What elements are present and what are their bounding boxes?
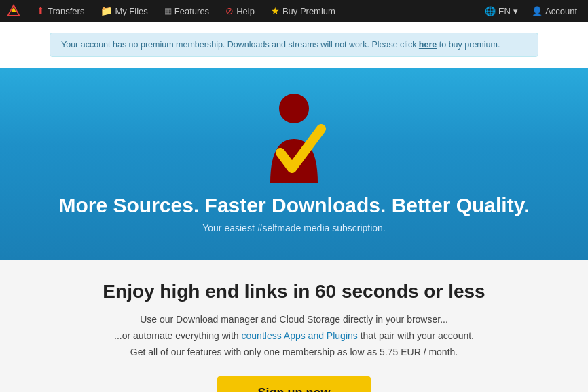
content-line2-prefix: ...or automate everything with: [114, 330, 242, 341]
globe-icon: 🌐: [485, 6, 496, 16]
premium-icon: ★: [271, 5, 280, 16]
signup-button[interactable]: Sign up now: [217, 376, 371, 392]
site-logo[interactable]: [5, 3, 22, 19]
content-section: Enjoy high end links in 60 seconds or le…: [0, 260, 588, 392]
nav-lang-label: EN: [498, 6, 511, 16]
content-line1: Use our Download manager and Cloud Stora…: [114, 312, 474, 328]
help-icon: ⊘: [225, 5, 234, 16]
nav-myfiles-label: My Files: [115, 6, 147, 16]
alert-banner: Your account has no premium membership. …: [50, 33, 538, 57]
nav-account[interactable]: 👤 Account: [526, 6, 583, 16]
alert-link[interactable]: here: [419, 40, 437, 50]
account-icon: 👤: [532, 6, 543, 16]
alert-message: Your account has no premium membership. …: [61, 40, 419, 50]
hero-subtitle: Your easiest #selfmade media subscriptio…: [202, 222, 386, 233]
nav-myfiles[interactable]: 📁 My Files: [94, 5, 154, 16]
transfers-icon: ⬆: [37, 5, 45, 16]
content-line3: Get all of our features with only one me…: [114, 345, 474, 361]
content-description: Use our Download manager and Cloud Stora…: [114, 312, 474, 360]
hero-title: More Sources. Faster Downloads. Better Q…: [59, 194, 530, 217]
apps-plugins-link[interactable]: countless Apps and Plugins: [242, 330, 358, 341]
hero-section: More Sources. Faster Downloads. Better Q…: [0, 68, 588, 260]
nav-transfers-label: Transfers: [48, 6, 84, 16]
content-line2-suffix: that pair with your account.: [358, 330, 474, 341]
navbar: ⬆ Transfers 📁 My Files ▦ Features ⊘ Help…: [0, 0, 588, 22]
nav-premium-label: Buy Premium: [282, 6, 335, 16]
myfiles-icon: 📁: [100, 5, 112, 16]
content-title: Enjoy high end links in 60 seconds or le…: [103, 281, 485, 302]
hero-illustration: [250, 88, 338, 183]
nav-help[interactable]: ⊘ Help: [219, 5, 261, 16]
nav-features[interactable]: ▦ Features: [158, 6, 216, 16]
features-icon: ▦: [164, 6, 172, 16]
navbar-left: ⬆ Transfers 📁 My Files ▦ Features ⊘ Help…: [5, 3, 342, 19]
nav-help-label: Help: [236, 6, 255, 16]
svg-point-3: [279, 94, 309, 123]
navbar-right: 🌐 EN ▾ 👤 Account: [479, 6, 583, 16]
nav-language[interactable]: 🌐 EN ▾: [479, 6, 523, 16]
lang-chevron-icon: ▾: [513, 6, 518, 16]
nav-transfers[interactable]: ⬆ Transfers: [30, 5, 91, 16]
alert-message-suffix: to buy premium.: [437, 40, 500, 50]
nav-account-label: Account: [545, 6, 577, 16]
nav-features-label: Features: [174, 6, 209, 16]
content-line2: ...or automate everything with countless…: [114, 328, 474, 345]
nav-premium[interactable]: ★ Buy Premium: [264, 5, 342, 16]
